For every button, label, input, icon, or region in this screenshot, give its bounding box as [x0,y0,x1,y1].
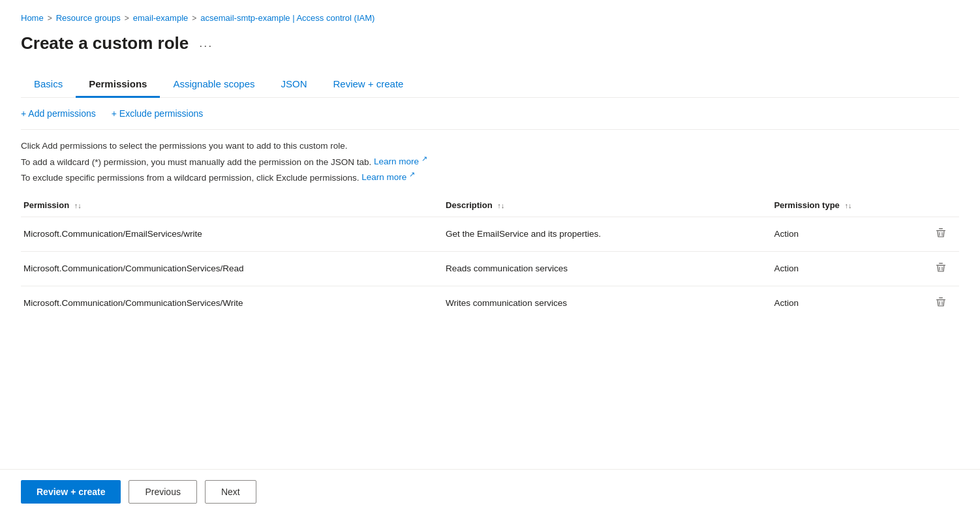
cell-type-2: Action [771,286,912,320]
external-link-icon-2: ↗ [409,170,415,178]
footer-bar: Review + create Previous Next [0,469,980,514]
tab-json[interactable]: JSON [268,72,320,98]
breadcrumb-resource-groups[interactable]: Resource groups [56,13,121,23]
breadcrumb-sep-1: > [48,14,52,23]
tab-review-create[interactable]: Review + create [320,72,417,98]
svg-rect-8 [936,299,945,300]
info-line-1: Click Add permissions to select the perm… [21,139,959,153]
learn-more-exclude[interactable]: Learn more ↗ [361,172,415,182]
tab-assignable-scopes[interactable]: Assignable scopes [160,72,268,98]
tab-permissions[interactable]: Permissions [76,72,160,98]
sort-icon-description[interactable]: ↑↓ [497,202,504,209]
info-line-3: To exclude specific permissions from a w… [21,169,959,185]
svg-rect-9 [939,297,943,298]
breadcrumb: Home > Resource groups > email-example >… [21,13,959,23]
svg-rect-0 [936,230,945,231]
col-header-type: Permission type ↑↓ [771,194,912,217]
delete-row-button-2[interactable] [930,294,951,312]
col-header-description: Description ↑↓ [443,194,771,217]
breadcrumb-iam[interactable]: acsemail-smtp-example | Access control (… [200,13,375,23]
permissions-table: Permission ↑↓ Description ↑↓ Permission … [21,194,959,320]
delete-row-button-1[interactable] [930,260,951,278]
cell-description-0: Get the EmailService and its properties. [443,217,771,251]
breadcrumb-sep-2: > [125,14,129,23]
breadcrumb-email-example[interactable]: email-example [133,13,189,23]
cell-description-2: Writes communication services [443,286,771,320]
cell-delete-2 [912,286,959,320]
tab-content-permissions: + Add permissions + Exclude permissions … [21,98,959,320]
info-line-2: To add a wildcard (*) permission, you mu… [21,153,959,169]
cell-permission-1: Microsoft.Communication/CommunicationSer… [21,251,443,286]
table-row: Microsoft.Communication/CommunicationSer… [21,286,959,320]
tab-bar: Basics Permissions Assignable scopes JSO… [21,72,959,98]
ellipsis-button[interactable]: ... [196,35,215,52]
external-link-icon-1: ↗ [421,155,427,162]
cell-permission-2: Microsoft.Communication/CommunicationSer… [21,286,443,320]
delete-row-button-0[interactable] [930,225,951,243]
svg-rect-5 [939,263,943,264]
col-header-action [912,194,959,217]
cell-permission-0: Microsoft.Communication/EmailServices/wr… [21,217,443,251]
svg-rect-4 [936,265,945,265]
action-bar: + Add permissions + Exclude permissions [21,108,959,119]
cell-type-0: Action [771,217,912,251]
breadcrumb-sep-3: > [192,14,196,23]
add-permissions-button[interactable]: + Add permissions [21,108,96,119]
table-row: Microsoft.Communication/CommunicationSer… [21,251,959,286]
col-header-permission: Permission ↑↓ [21,194,443,217]
info-box: Click Add permissions to select the perm… [21,129,959,194]
cell-type-1: Action [771,251,912,286]
tab-basics[interactable]: Basics [21,72,76,98]
review-create-button[interactable]: Review + create [21,480,121,504]
cell-delete-0 [912,217,959,251]
breadcrumb-home[interactable]: Home [21,13,44,23]
cell-description-1: Reads communication services [443,251,771,286]
table-row: Microsoft.Communication/EmailServices/wr… [21,217,959,251]
sort-icon-type[interactable]: ↑↓ [844,202,851,209]
next-button[interactable]: Next [205,480,256,504]
previous-button[interactable]: Previous [129,480,196,504]
cell-delete-1 [912,251,959,286]
sort-icon-permission[interactable]: ↑↓ [74,202,82,209]
page-title: Create a custom role [21,33,189,53]
learn-more-wildcard[interactable]: Learn more ↗ [374,157,427,166]
exclude-permissions-button[interactable]: + Exclude permissions [112,108,203,119]
svg-rect-1 [939,228,943,229]
